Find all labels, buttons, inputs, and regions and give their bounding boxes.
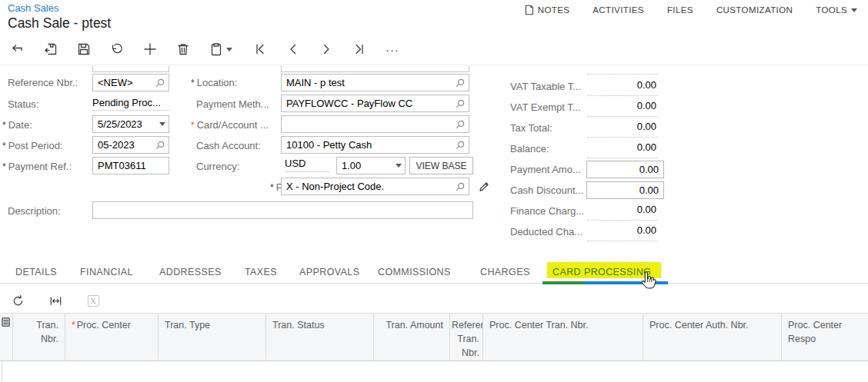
trash-icon: [176, 42, 190, 56]
undo-button[interactable]: [105, 38, 129, 61]
currency-rate-combo[interactable]: 1.00: [336, 157, 406, 174]
tab-charges[interactable]: CHARGES: [480, 267, 530, 277]
field-label-vat-taxable: VAT Taxable T...: [510, 81, 581, 92]
menu-tools[interactable]: TOOLS: [816, 5, 857, 15]
card-account-input[interactable]: [281, 115, 469, 133]
column-header-reference-tran-nbr[interactable]: Referen Tran. Nbr.: [450, 314, 483, 360]
field-label-currency: Currency:: [196, 161, 239, 172]
fit-to-screen-button[interactable]: [45, 291, 65, 311]
magnifier-icon[interactable]: [455, 119, 466, 130]
cutoff-field[interactable]: [281, 66, 469, 72]
column-header-tran-nbr[interactable]: Tran. Nbr.: [13, 314, 65, 360]
breadcrumb[interactable]: Cash Sales: [8, 2, 58, 14]
field-label-payment-ref: *Payment Ref.:: [2, 161, 72, 172]
tab-financial[interactable]: FINANCIAL: [80, 267, 133, 277]
field-label-location: *Location:: [191, 77, 237, 88]
back-button[interactable]: [6, 38, 29, 61]
location-input[interactable]: MAIN - p test: [281, 74, 469, 91]
field-label-payment-method: Payment Meth...: [196, 98, 269, 110]
field-label-description: Description:: [8, 205, 61, 217]
copy-paste-button[interactable]: [205, 38, 239, 61]
chevron-down-icon[interactable]: [396, 164, 402, 168]
refresh-button[interactable]: [8, 291, 28, 311]
grid-left-border: [2, 361, 2, 382]
menu-files[interactable]: FILES: [667, 5, 693, 15]
magnifier-icon[interactable]: [455, 181, 466, 192]
cash-account-input[interactable]: 10100 - Petty Cash: [281, 136, 469, 154]
column-header-tran-amount[interactable]: Tran. Amount: [374, 314, 450, 360]
tabbar-divider: [0, 283, 868, 284]
project-input[interactable]: X - Non-Project Code.: [281, 178, 469, 195]
view-base-button[interactable]: VIEW BASE: [409, 157, 473, 174]
date-input[interactable]: 5/25/2023: [92, 115, 169, 133]
column-header-proc-center-response[interactable]: Proc. Center Respo: [782, 314, 868, 360]
magnifier-icon[interactable]: [455, 140, 466, 151]
vat-exempt-value: 0.00: [587, 100, 658, 117]
field-label-post-period: *Post Period:: [2, 140, 63, 151]
menu-activities-label: ACTIVITIES: [593, 5, 644, 15]
tax-total-value: 0.00: [587, 121, 658, 138]
cash-discount-input[interactable]: 0.00: [586, 181, 664, 199]
column-header-proc-center-auth-nbr[interactable]: Proc. Center Auth. Nbr.: [643, 314, 782, 360]
go-next-button[interactable]: [315, 38, 338, 61]
chevron-down-icon: [851, 8, 857, 12]
field-label-finance-charges: Finance Charg...: [510, 205, 584, 217]
menu-files-label: FILES: [667, 5, 693, 15]
chevron-down-icon[interactable]: [159, 122, 165, 126]
column-header-proc-center-tran-nbr[interactable]: Proc. Center Tran. Nbr.: [483, 314, 643, 360]
menu-notes[interactable]: NOTES: [524, 5, 570, 15]
add-new-button[interactable]: [139, 38, 162, 61]
save-button[interactable]: [72, 38, 95, 61]
field-label-tax-total: Tax Total:: [510, 122, 553, 134]
chevron-down-icon: [226, 48, 232, 51]
page-title: Cash Sale - ptest: [8, 15, 111, 32]
magnifier-icon[interactable]: [155, 78, 165, 88]
tab-addresses[interactable]: ADDRESSES: [159, 267, 222, 277]
tab-card-processing[interactable]: CARD PROCESSING: [553, 267, 651, 277]
go-previous-button[interactable]: [282, 38, 305, 61]
menu-activities[interactable]: ACTIVITIES: [593, 5, 644, 15]
magnifier-icon[interactable]: [455, 78, 466, 88]
field-label-status: Status:: [8, 98, 38, 110]
balance-value: 0.00: [587, 141, 658, 158]
tab-commissions[interactable]: COMMISSIONS: [378, 267, 451, 277]
menu-notes-label: NOTES: [538, 5, 570, 15]
deducted-charges-value: 0.00: [587, 224, 658, 241]
save-and-close-button[interactable]: [39, 38, 62, 61]
row-settings-cell[interactable]: [0, 314, 13, 360]
go-last-button[interactable]: [348, 38, 371, 61]
description-input[interactable]: [92, 201, 473, 219]
go-first-button[interactable]: [249, 38, 272, 61]
fit-width-icon: [49, 294, 62, 307]
payment-method-input[interactable]: PAYFLOWCC - PayFlow CC: [281, 95, 469, 112]
delete-button[interactable]: [172, 38, 195, 61]
top-menu: NOTES ACTIVITIES FILES CUSTOMIZATION TOO…: [524, 5, 857, 15]
save-close-icon: [44, 42, 58, 56]
post-period-input[interactable]: 05-2023: [92, 136, 169, 154]
payment-ref-input[interactable]: PMT03611: [92, 157, 169, 174]
tab-approvals[interactable]: APPROVALS: [299, 267, 359, 277]
first-record-icon: [254, 43, 266, 55]
note-icon: [524, 5, 534, 15]
field-label-deducted-charges: Deducted Cha...: [510, 226, 583, 238]
tab-details[interactable]: DETAILS: [15, 267, 57, 277]
column-header-proc-center[interactable]: *Proc. Center: [65, 314, 159, 360]
payment-amount-input[interactable]: 0.00: [586, 161, 664, 178]
more-actions-button[interactable]: ···: [381, 38, 404, 61]
cutoff-field[interactable]: [92, 66, 169, 72]
grid-toolbar: X: [8, 291, 103, 311]
reference-nbr-input[interactable]: <NEW>: [92, 74, 169, 91]
field-label-balance: Balance:: [510, 143, 549, 154]
field-label-vat-exempt: VAT Exempt T...: [510, 101, 581, 113]
field-label-cash-discount: Cash Discount...: [510, 184, 583, 196]
export-excel-button[interactable]: X: [83, 291, 103, 311]
last-record-icon: [353, 43, 366, 55]
pencil-edit-icon[interactable]: [478, 181, 490, 193]
column-header-tran-status[interactable]: Tran. Status: [266, 314, 374, 360]
menu-customization[interactable]: CUSTOMIZATION: [716, 5, 793, 15]
clipboard-icon: [211, 42, 223, 56]
magnifier-icon[interactable]: [155, 140, 165, 151]
magnifier-icon[interactable]: [455, 98, 466, 109]
column-header-tran-type[interactable]: Tran. Type: [159, 314, 266, 360]
tab-taxes[interactable]: TAXES: [245, 267, 277, 277]
